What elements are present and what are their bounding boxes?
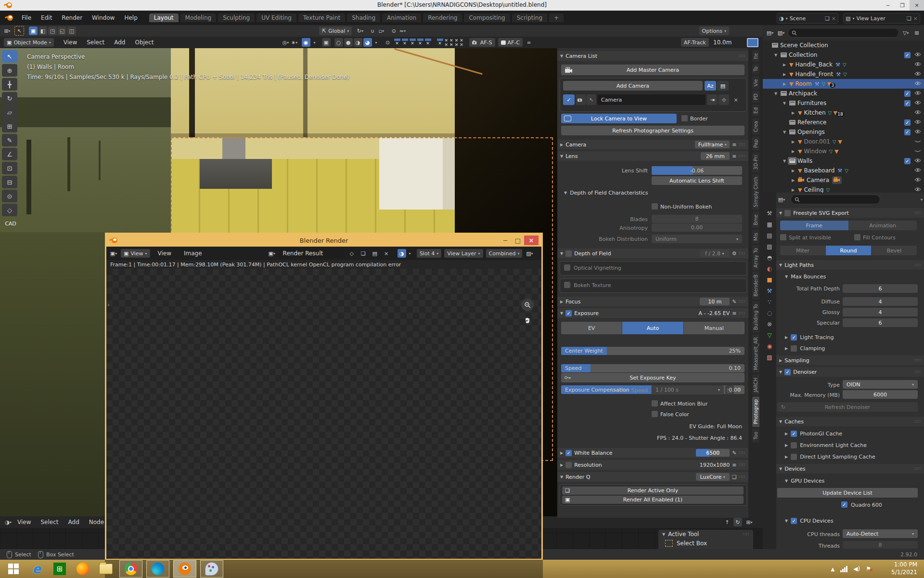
focal-length-button[interactable]: 26 mm	[701, 152, 730, 160]
resolution-checkbox[interactable]	[565, 462, 572, 468]
node-menu-add[interactable]: Add	[64, 519, 84, 525]
filter-collection-icon[interactable]: ▤	[717, 81, 729, 91]
light-tracing-checkbox[interactable]	[791, 334, 797, 341]
sidebar-tab-3d-pri[interactable]: 3D-Pri	[752, 152, 759, 172]
af-point[interactable]: ✕	[417, 39, 424, 45]
sidebar-tab-measureit-ar[interactable]: MeasureIt_AR	[752, 334, 759, 373]
eye-open-icon[interactable]	[914, 119, 921, 126]
expander-icon[interactable]: ▶	[785, 432, 788, 436]
slot-dropdown[interactable]: Slot 4▾	[417, 249, 442, 258]
render-icon[interactable]: ▦	[767, 221, 772, 228]
resolution-panel-header[interactable]: ▶ Resolution 1920x1080 ≡ ∷∷	[557, 460, 748, 470]
add-camera-button[interactable]: Add Camera	[563, 81, 703, 91]
modifiers-icon[interactable]: ⚒	[767, 288, 772, 294]
start-button[interactable]	[4, 561, 23, 577]
af-points-grid[interactable]: ✕✕✕✕✕✕✕✕✕✕✕✕✕✕	[394, 39, 463, 47]
chrome-icon[interactable]	[119, 560, 142, 578]
freestyle-animation-button[interactable]: Animation	[849, 221, 917, 230]
editor-type-icon[interactable]: ▣▾	[109, 249, 118, 258]
expander-icon[interactable]: ▶	[792, 169, 798, 173]
split-at-invisible-checkbox[interactable]	[780, 234, 786, 240]
sidebar-tab-mis[interactable]: Mis	[752, 230, 759, 244]
annotate-tool-icon[interactable]: ✎	[2, 134, 17, 146]
close-button[interactable]: ✕	[910, 0, 924, 11]
outliner-display-mode-dropdown[interactable]: ▤▾	[766, 28, 774, 37]
material-icon[interactable]: ◉	[767, 343, 772, 350]
editor-type-icon[interactable]: ◑▾	[4, 518, 13, 526]
expander-icon[interactable]: ▼	[774, 92, 781, 96]
view-layer-icon[interactable]: ▧	[767, 243, 772, 250]
remove-icon[interactable]: ×	[913, 15, 918, 22]
render-q-panel-header[interactable]: ▼Render Q LuxCore ▾ ❏ ∷∷	[557, 472, 748, 482]
mode-dropdown[interactable]: ▣ Object Mode▾	[4, 38, 54, 47]
sidebar-tab-simply-cloth[interactable]: Simply Cloth	[752, 174, 759, 210]
freestyle-frame-button[interactable]: Frame	[780, 221, 849, 230]
cpu-threads-dropdown[interactable]: Auto-Detect▾	[843, 529, 918, 538]
eye-open-icon[interactable]	[914, 109, 921, 116]
object-visibility-dropdown[interactable]: ◎▾	[282, 38, 290, 47]
eye-open-icon[interactable]	[914, 61, 921, 68]
preset-list-icon[interactable]: ≡	[732, 462, 736, 468]
fake-user-shield-icon[interactable]: ◇	[347, 249, 356, 258]
af-track-button[interactable]: AF-Track	[681, 38, 709, 47]
unlink-icon[interactable]: ×	[832, 15, 836, 22]
outliner-row[interactable]: ▼Openings	[763, 127, 924, 137]
physics-icon[interactable]: ◌	[767, 310, 772, 316]
pass-dropdown[interactable]: Combined▾	[486, 249, 523, 258]
camera-list-panel-header[interactable]: ▼Camera List ∷∷	[557, 51, 748, 61]
denoiser-type-dropdown[interactable]: OIDN▾	[843, 380, 918, 389]
constraints-icon[interactable]: ⊗	[767, 321, 772, 328]
sampling-panel-header[interactable]: ▶Sampling∷∷	[776, 355, 924, 365]
overlays-dropdown[interactable]: ▾	[310, 38, 319, 47]
collection-checkbox[interactable]	[904, 52, 911, 58]
editor-type-icon[interactable]: ⊞▾	[3, 26, 12, 35]
camera-export-icon[interactable]: ⇥	[707, 94, 718, 105]
rendered-shading-icon[interactable]: ◕	[363, 38, 372, 47]
clamping-row[interactable]: ▶ Clamping	[785, 343, 924, 353]
max-bounces-header[interactable]: ▼Max Bounces	[785, 272, 924, 281]
af-s-button[interactable]: AF-S	[469, 38, 495, 47]
pivot-point-dropdown[interactable]: ↻▾	[356, 26, 364, 35]
sort-alphabetical-icon[interactable]: Az	[705, 81, 716, 91]
eye-open-icon[interactable]	[914, 177, 921, 184]
outliner-row[interactable]: ▶Camera	[763, 175, 924, 185]
workspace-tab-texture-paint[interactable]: Texture Paint	[298, 13, 345, 22]
cache-checkbox[interactable]	[791, 431, 797, 437]
set-exposure-key-button[interactable]: Set Exposure Key	[561, 373, 744, 382]
eyedropper-icon[interactable]: ✎	[732, 450, 736, 456]
menu-help[interactable]: Help	[119, 14, 142, 21]
preset-list-icon[interactable]: ≡	[732, 153, 736, 159]
workspace-tab-modeling[interactable]: Modeling	[180, 13, 217, 22]
viewport-menu-select[interactable]: Select	[82, 39, 109, 46]
internet-explorer-icon[interactable]: e	[27, 561, 46, 577]
lens-panel-header[interactable]: ▼Lens 26 mm ≡ ∷∷	[557, 151, 748, 161]
eyedropper-icon[interactable]: ✎	[732, 299, 736, 305]
snap-magnet-icon[interactable]: ∪	[368, 26, 377, 35]
workspace-tab-sculpting[interactable]: Sculpting	[218, 13, 255, 22]
af-point[interactable]: ✕✕	[449, 39, 453, 47]
center-weight-slider[interactable]: Center Weight 25%	[561, 347, 744, 355]
border-checkbox[interactable]	[681, 115, 688, 121]
view-gizmo-dropdown[interactable]: ▣ View▾	[121, 249, 150, 258]
move-tool-icon[interactable]: ╋	[2, 78, 17, 91]
sidebar-tab-ed[interactable]: Ed	[752, 105, 759, 117]
sidebar-tab-photograp[interactable]: Photograp	[752, 396, 759, 427]
camera-delete-icon[interactable]: ×	[731, 94, 741, 105]
network-signal-icon[interactable]	[840, 565, 847, 572]
transform-orientation-dropdown[interactable]: ⇱ Global▾	[319, 26, 352, 35]
overlays-icon[interactable]: ◉	[302, 38, 310, 47]
dof-characteristics-header[interactable]: ▼Depth of Field Characteristics	[564, 190, 648, 196]
output-icon[interactable]: ▤	[767, 232, 772, 239]
blades-field[interactable]: 8	[652, 215, 742, 223]
xray-toggle-icon[interactable]: ▣	[322, 38, 331, 47]
denoiser-panel-header[interactable]: ▼ Denoiser∷∷	[776, 367, 924, 377]
color-temperature-slider[interactable]: 6500	[696, 449, 730, 457]
caches-panel-header[interactable]: ▼Caches∷∷	[776, 417, 924, 426]
outliner-row[interactable]: ▶▼Door.001▽ ▼	[763, 137, 924, 146]
expander-icon[interactable]: ▶	[785, 455, 788, 459]
maximize-button[interactable]: ❐	[895, 0, 910, 11]
lock-camera-to-view-button[interactable]: Lock Camera to View	[561, 114, 677, 123]
bevel-tool-icon[interactable]: ◇	[2, 204, 17, 216]
workspace-tab-scripting[interactable]: Scripting	[512, 13, 547, 22]
threads-count-field[interactable]: 8	[843, 541, 918, 549]
